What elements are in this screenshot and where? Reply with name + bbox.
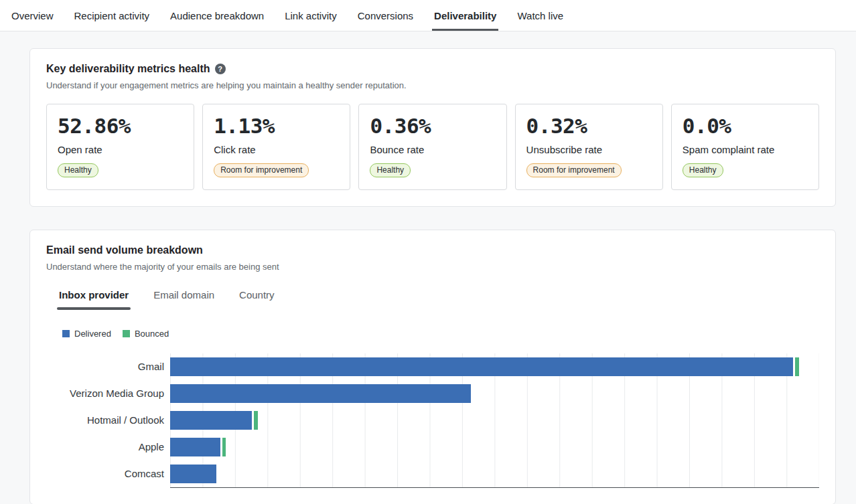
metric-label: Bounce rate	[370, 144, 495, 155]
metric-label: Spam complaint rate	[683, 144, 808, 155]
legend-item-bounced[interactable]: Bounced	[123, 329, 169, 339]
metric-label: Open rate	[58, 144, 183, 155]
bar-bounced[interactable]	[254, 411, 258, 430]
chart-category-label: Verizon Media Group	[46, 388, 170, 399]
chart-category-label: Comcast	[46, 468, 170, 479]
bar-bounced[interactable]	[795, 357, 799, 376]
card-subtitle: Understand where the majority of your em…	[46, 262, 819, 272]
chart-category-label: Apple	[46, 441, 170, 452]
help-icon[interactable]: ?	[215, 64, 226, 74]
metric-card-open-rate: 52.86%Open rateHealthy	[46, 104, 194, 190]
bar-chart: GmailVerizon Media GroupHotmail / Outloo…	[46, 353, 819, 488]
status-badge: Healthy	[370, 163, 411, 177]
status-badge: Room for improvement	[526, 163, 622, 177]
metric-card-spam-complaint-rate: 0.0%Spam complaint rateHealthy	[671, 104, 819, 190]
nav-tab-overview[interactable]: Overview	[9, 0, 56, 31]
metric-value: 0.0%	[683, 114, 808, 139]
chart-track	[170, 434, 819, 460]
chart-track	[170, 460, 819, 487]
metric-label: Click rate	[214, 144, 339, 155]
bar-delivered[interactable]	[170, 438, 220, 456]
metric-value: 0.32%	[526, 114, 652, 139]
chart-track	[170, 380, 819, 407]
tab-country[interactable]: Country	[237, 289, 277, 310]
chart-category-label: Gmail	[46, 361, 170, 372]
nav-tab-conversions[interactable]: Conversions	[356, 0, 415, 31]
top-nav: OverviewRecipient activityAudience break…	[0, 0, 856, 31]
legend-item-delivered[interactable]: Delivered	[62, 329, 111, 339]
nav-tab-watch-live[interactable]: Watch live	[515, 0, 565, 31]
chart-category-label: Hotmail / Outlook	[46, 414, 170, 426]
status-badge: Healthy	[683, 163, 723, 177]
card-title-row: Key deliverability metrics health ?	[46, 63, 819, 75]
metric-value: 1.13%	[214, 114, 339, 139]
metric-card-bounce-rate: 0.36%Bounce rateHealthy	[358, 104, 506, 190]
nav-tab-link-activity[interactable]: Link activity	[283, 0, 339, 31]
chart-track	[170, 407, 819, 434]
card-subtitle: Understand if your engagement metrics ar…	[46, 80, 819, 90]
card-title: Email send volume breakdown	[46, 244, 203, 256]
chart-row: Hotmail / Outlook	[46, 407, 819, 434]
chart-x-axis	[170, 487, 819, 488]
status-badge: Room for improvement	[214, 163, 309, 177]
chart-track	[170, 353, 819, 380]
card-title: Key deliverability metrics health	[46, 63, 210, 75]
metric-value: 52.86%	[58, 114, 183, 139]
nav-tab-recipient-activity[interactable]: Recipient activity	[72, 0, 152, 31]
metric-label: Unsubscribe rate	[526, 144, 652, 155]
metric-value: 0.36%	[370, 114, 495, 139]
legend-swatch-icon	[123, 330, 130, 337]
metric-card-unsubscribe-rate: 0.32%Unsubscribe rateRoom for improvemen…	[515, 104, 663, 190]
bar-delivered[interactable]	[170, 384, 471, 403]
chart-row: Verizon Media Group	[46, 380, 819, 407]
tab-email-domain[interactable]: Email domain	[151, 289, 216, 310]
nav-tab-deliverability[interactable]: Deliverability	[432, 0, 498, 31]
chart-legend: DeliveredBounced	[46, 329, 819, 339]
bar-delivered[interactable]	[170, 411, 252, 430]
chart-row: Gmail	[46, 353, 819, 380]
status-badge: Healthy	[58, 163, 98, 177]
bar-delivered[interactable]	[170, 465, 216, 483]
metric-card-click-rate: 1.13%Click rateRoom for improvement	[202, 104, 350, 190]
chart-row: Apple	[46, 434, 819, 460]
bar-delivered[interactable]	[170, 357, 793, 376]
page-content: Key deliverability metrics health ? Unde…	[0, 31, 856, 504]
metric-cards-row: 52.86%Open rateHealthy1.13%Click rateRoo…	[46, 104, 819, 190]
tab-inbox-provider[interactable]: Inbox provider	[57, 289, 131, 310]
legend-swatch-icon	[62, 330, 70, 337]
bar-bounced[interactable]	[222, 438, 226, 456]
deliverability-metrics-card: Key deliverability metrics health ? Unde…	[29, 48, 836, 207]
breakdown-tabs: Inbox providerEmail domainCountry	[46, 289, 819, 310]
chart-row: Comcast	[46, 460, 819, 487]
legend-label: Delivered	[74, 329, 111, 339]
legend-label: Bounced	[135, 329, 169, 339]
nav-tab-audience-breakdown[interactable]: Audience breakdown	[168, 0, 266, 31]
email-volume-card: Email send volume breakdown Understand w…	[29, 230, 836, 504]
card-title-row: Email send volume breakdown	[46, 244, 819, 256]
